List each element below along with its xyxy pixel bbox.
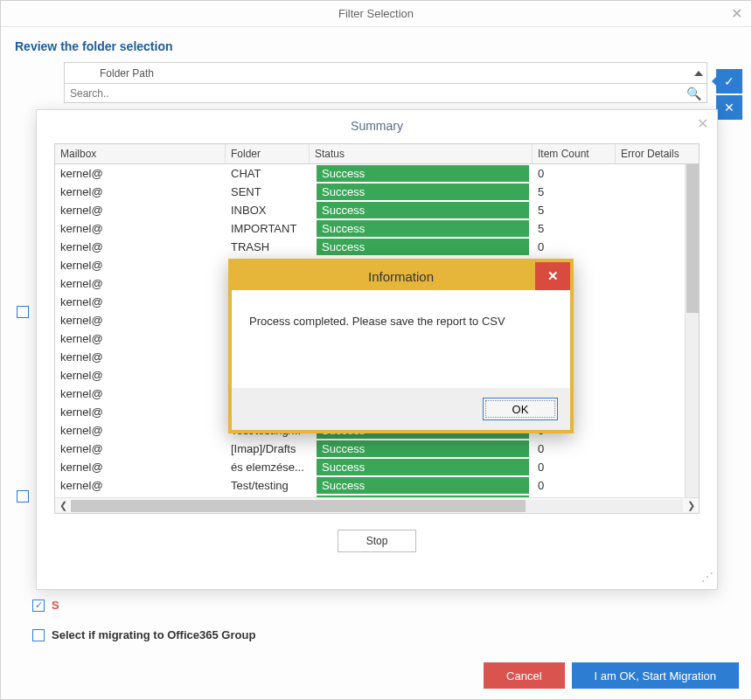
summary-titlebar: Summary ✕ xyxy=(37,110,717,140)
cell-mailbox: kernel@ xyxy=(55,184,226,200)
status-badge: Success xyxy=(317,440,529,457)
col-mailbox[interactable]: Mailbox xyxy=(55,144,226,163)
checkbox-d[interactable] xyxy=(17,306,29,318)
option-office365-label: Select if migrating to Office365 Group xyxy=(52,628,255,641)
info-close-button[interactable]: ✕ xyxy=(535,262,570,290)
status-badge: Success xyxy=(317,477,529,494)
cell-count: 0 xyxy=(533,440,616,457)
cell-mailbox: kernel@ xyxy=(55,257,226,274)
cell-mailbox: kernel@ xyxy=(55,404,226,420)
status-badge: Success xyxy=(317,220,529,237)
start-migration-button[interactable]: I am OK, Start Migration xyxy=(572,662,739,689)
cell-folder: INBOX xyxy=(226,202,310,218)
cell-error xyxy=(616,374,685,378)
cell-error xyxy=(616,282,685,286)
col-folder[interactable]: Folder xyxy=(226,144,310,163)
scroll-right-icon[interactable]: ❯ xyxy=(683,498,699,514)
checkbox-s[interactable] xyxy=(17,490,29,502)
search-icon[interactable]: 🔍 xyxy=(686,87,701,100)
horizontal-scrollbar[interactable]: ❮ ❯ xyxy=(55,497,699,513)
info-titlebar: Information ✕ xyxy=(232,262,570,290)
cancel-button[interactable]: Cancel xyxy=(484,662,564,689)
table-row[interactable]: kernel@[Imap]/DraftsSuccess0 xyxy=(55,440,685,458)
cell-count: 5 xyxy=(533,184,616,200)
summary-close-icon[interactable]: ✕ xyxy=(697,115,708,132)
section-title: Review the folder selection xyxy=(1,27,751,62)
info-message: Process completed. Please save the repor… xyxy=(232,290,570,388)
cell-error xyxy=(616,172,685,176)
status-badge: Success xyxy=(317,184,529,200)
cell-error xyxy=(616,447,685,451)
col-error[interactable]: Error Details xyxy=(616,144,699,163)
cell-mailbox: kernel@ xyxy=(55,220,226,237)
uncheck-all-badge[interactable]: ✕ xyxy=(716,95,742,120)
cell-error xyxy=(616,356,685,359)
cell-error xyxy=(616,337,685,341)
option-red-label: S xyxy=(52,599,59,612)
check-all-badge[interactable]: ✓ xyxy=(716,69,742,94)
cell-count: 0 xyxy=(533,459,616,475)
cell-mailbox: kernel@ xyxy=(55,275,226,292)
cell-folder: CHAT xyxy=(226,165,310,182)
cell-mailbox: kernel@ xyxy=(55,422,226,439)
status-badge: Success xyxy=(317,165,529,182)
table-row[interactable]: kernel@Test/testingSuccess0 xyxy=(55,476,685,495)
search-row: 🔍 xyxy=(64,84,707,103)
cell-mailbox: kernel@ xyxy=(55,312,226,329)
option-red[interactable]: S xyxy=(32,599,59,612)
cell-count: 0 xyxy=(533,239,616,255)
cell-folder: Test/testing xyxy=(226,477,310,494)
table-row[interactable]: kernel@SENTSuccess5 xyxy=(55,183,685,201)
table-row[interactable]: kernel@CHATSuccess0 xyxy=(55,164,685,183)
cell-error xyxy=(616,246,685,249)
table-row[interactable]: kernel@IMPORTANTSuccess5 xyxy=(55,219,685,238)
cell-mailbox: kernel@ xyxy=(55,165,226,182)
ok-button[interactable]: OK xyxy=(483,398,558,420)
resize-grip-icon[interactable]: ⋰ xyxy=(701,570,712,584)
vertical-scrollbar[interactable] xyxy=(685,164,699,497)
cell-mailbox: kernel@ xyxy=(55,294,226,310)
table-row[interactable]: kernel@INBOXSuccess5 xyxy=(55,201,685,219)
window-title: Filter Selection xyxy=(338,7,414,20)
cell-count: 5 xyxy=(533,220,616,237)
close-icon[interactable]: ✕ xyxy=(731,5,742,22)
cell-error xyxy=(616,392,685,396)
cell-mailbox: kernel@ xyxy=(55,440,226,457)
checkbox-red[interactable] xyxy=(32,600,45,612)
cell-error xyxy=(616,466,685,469)
cell-count: 0 xyxy=(533,165,616,182)
search-input[interactable] xyxy=(65,86,707,101)
footer: Cancel I am OK, Start Migration xyxy=(484,662,739,689)
cell-error xyxy=(616,264,685,267)
folder-path-header[interactable]: Folder Path xyxy=(64,62,707,84)
cell-folder: [Imap]/Drafts xyxy=(226,440,310,457)
information-dialog: Information ✕ Process completed. Please … xyxy=(228,259,574,433)
titlebar: Filter Selection ✕ xyxy=(1,1,751,27)
stop-button[interactable]: Stop xyxy=(338,530,416,552)
status-badge: Success xyxy=(317,239,529,255)
cell-folder: SENT xyxy=(226,184,310,200)
table-row[interactable]: kernel@TRASHSuccess0 xyxy=(55,238,685,256)
checkbox-office365[interactable] xyxy=(32,629,45,641)
cell-error xyxy=(616,411,685,414)
table-row[interactable]: kernel@és elemzése...Success0 xyxy=(55,458,685,476)
sort-asc-icon[interactable] xyxy=(694,71,703,76)
info-title: Information xyxy=(368,269,434,284)
scroll-left-icon[interactable]: ❮ xyxy=(55,498,71,514)
cell-error xyxy=(616,227,685,231)
cell-folder: IMPORTANT xyxy=(226,220,310,237)
scrollbar-thumb[interactable] xyxy=(686,164,699,313)
cell-mailbox: kernel@ xyxy=(55,330,226,347)
col-status[interactable]: Status xyxy=(310,144,533,163)
summary-title: Summary xyxy=(351,119,403,133)
filter-selection-window: Filter Selection ✕ Review the folder sel… xyxy=(0,0,752,700)
hscroll-thumb[interactable] xyxy=(71,500,526,512)
cell-mailbox: kernel@ xyxy=(55,349,226,365)
cell-mailbox: kernel@ xyxy=(55,459,226,475)
cell-folder: TRASH xyxy=(226,239,310,255)
hscroll-track[interactable] xyxy=(71,500,683,512)
col-item-count[interactable]: Item Count xyxy=(533,144,616,163)
folder-path-label: Folder Path xyxy=(65,67,154,80)
option-office365[interactable]: Select if migrating to Office365 Group xyxy=(32,628,255,641)
status-badge: Success xyxy=(317,459,529,475)
